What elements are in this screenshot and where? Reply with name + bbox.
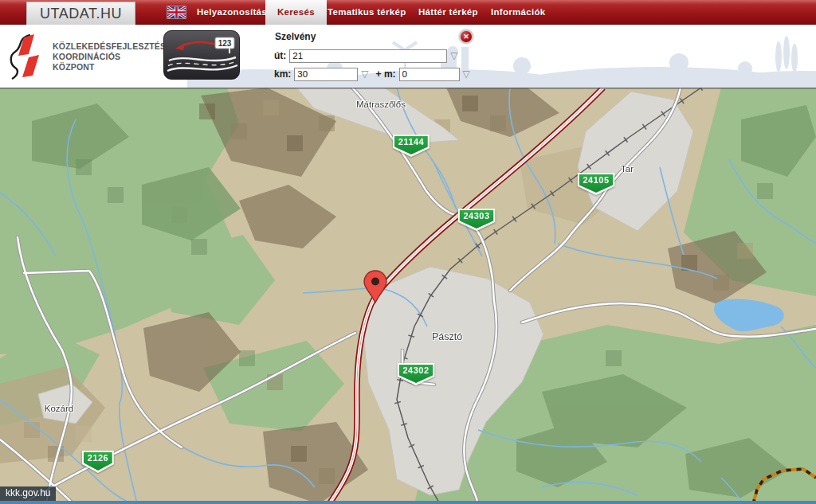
utadat-page: UTADAT.HU Helyazonosítás Keresés Tematik… <box>0 0 816 504</box>
km-label: km: <box>274 68 291 80</box>
ut-input[interactable] <box>289 49 447 63</box>
location-marker-pin-icon[interactable] <box>362 270 389 307</box>
tab-tematikus-terkep[interactable]: Tematikus térkép <box>324 0 410 25</box>
map-canvas[interactable] <box>0 88 816 504</box>
ut-label: út: <box>274 50 286 61</box>
km-input[interactable] <box>294 68 358 81</box>
attribution-link[interactable]: kkk.gov.hu <box>0 486 56 501</box>
kkk-logo: KÖZLEKEDÉSFEJLESZTÉSI KOORDINÁCIÓS KÖZPO… <box>6 33 168 80</box>
close-icon[interactable]: ✕ <box>459 29 473 44</box>
top-nav-bar: UTADAT.HU Helyazonosítás Keresés Tematik… <box>0 0 816 25</box>
m-input[interactable] <box>399 68 460 81</box>
kkk-logo-mark <box>6 33 48 80</box>
roadsign-number: 123 <box>218 39 232 48</box>
kkk-logo-text: KÖZLEKEDÉSFEJLESZTÉSI KOORDINÁCIÓS KÖZPO… <box>53 41 168 72</box>
tab-helyazonositas[interactable]: Helyazonosítás <box>194 0 270 25</box>
km-dropdown-icon[interactable]: ▽ <box>361 68 368 81</box>
ut-dropdown-icon[interactable]: ▽ <box>450 49 457 63</box>
tab-hatter-terkep[interactable]: Háttér térkép <box>415 0 481 25</box>
brand-logo[interactable]: UTADAT.HU <box>26 2 135 25</box>
chainage-roadsign-button[interactable]: 123 <box>163 30 240 80</box>
uk-flag-icon[interactable] <box>167 6 186 18</box>
m-label: + m: <box>376 68 396 80</box>
panel-title: Szelvény <box>275 31 316 42</box>
m-dropdown-icon[interactable]: ▽ <box>463 68 470 81</box>
szelveny-search-panel: Szelvény ✕ út: ▽ km: ▽ + m: ▽ <box>274 29 478 84</box>
tab-informaciok[interactable]: Információk <box>488 0 548 25</box>
tab-kereses[interactable]: Keresés <box>265 0 327 25</box>
map-terrain <box>0 88 816 504</box>
header-row: KÖZLEKEDÉSFEJLESZTÉSI KOORDINÁCIÓS KÖZPO… <box>0 25 816 88</box>
